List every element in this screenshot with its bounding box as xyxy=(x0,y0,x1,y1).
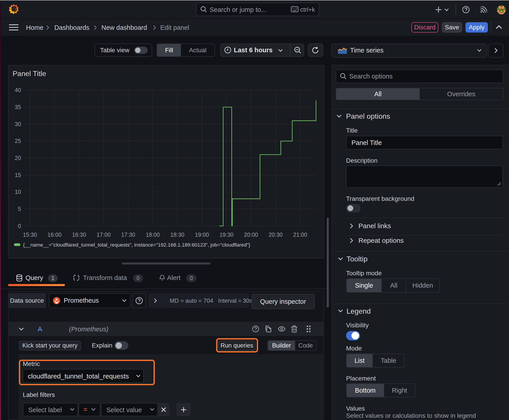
svg-text:18:30: 18:30 xyxy=(170,232,184,238)
svg-text:17:30: 17:30 xyxy=(121,232,135,238)
svg-text:10: 10 xyxy=(15,189,21,195)
svg-text:15:30: 15:30 xyxy=(23,232,37,238)
svg-text:17:00: 17:00 xyxy=(97,232,111,238)
svg-text:0: 0 xyxy=(18,223,21,229)
svg-text:19:00: 19:00 xyxy=(195,232,209,238)
svg-text:18:00: 18:00 xyxy=(146,232,160,238)
svg-text:16:30: 16:30 xyxy=(72,232,86,238)
svg-text:20:00: 20:00 xyxy=(244,232,258,238)
svg-text:19:30: 19:30 xyxy=(220,232,234,238)
svg-text:40: 40 xyxy=(15,87,21,93)
svg-text:20: 20 xyxy=(15,155,21,161)
svg-text:30: 30 xyxy=(15,121,21,127)
svg-text:35: 35 xyxy=(15,104,21,110)
svg-text:16:00: 16:00 xyxy=(48,232,62,238)
svg-text:20:30: 20:30 xyxy=(269,232,283,238)
svg-text:{__name__="cloudflared_tunnel_: {__name__="cloudflared_tunnel_total_requ… xyxy=(23,242,251,248)
svg-text:25: 25 xyxy=(15,138,21,144)
svg-text:21:00: 21:00 xyxy=(293,232,307,238)
svg-text:15: 15 xyxy=(15,172,21,178)
svg-text:5: 5 xyxy=(18,206,21,212)
